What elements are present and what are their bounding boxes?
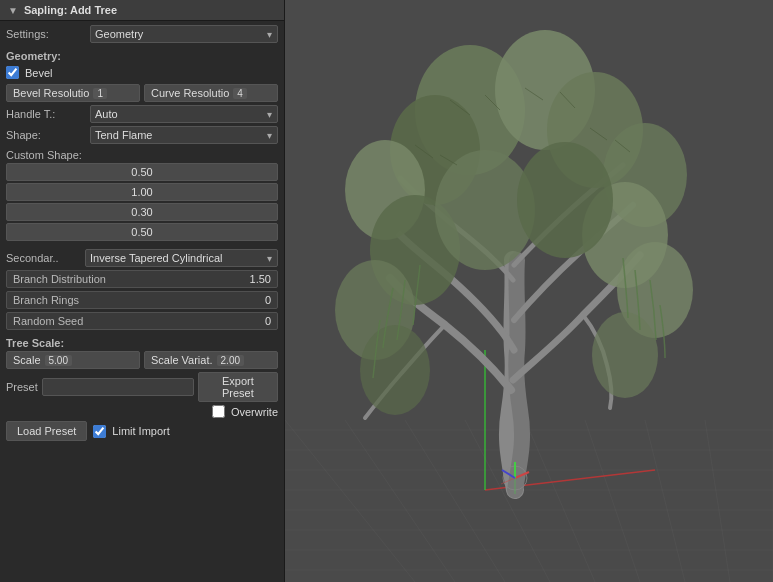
overwrite-row: Overwrite [6,405,278,418]
custom-shape-row-2: 1.00 [6,183,278,201]
branch-distribution-label: Branch Distribution [13,273,227,285]
curve-resolution-btn[interactable]: Curve Resolutio 4 [144,84,278,102]
limit-import-label: Limit Import [112,425,169,437]
secondary-row: Secondar.. Inverse Tapered Cylindrical S… [6,249,278,267]
bevel-checkbox[interactable] [6,66,19,79]
export-preset-btn[interactable]: Export Preset [198,372,278,402]
geometry-section-label: Geometry: [6,46,278,64]
custom-shape-row-4: 0.50 [6,223,278,241]
settings-label: Settings: [6,28,86,40]
shape-label: Shape: [6,129,86,141]
limit-import-checkbox[interactable] [93,425,106,438]
settings-select[interactable]: Geometry Branches Leaves Armature [90,25,278,43]
handle-type-label: Handle T.: [6,108,86,120]
random-seed-value: 0 [231,315,271,327]
panel-header: ▼ Sapling: Add Tree [0,0,284,21]
scale-btn[interactable]: Scale 5.00 [6,351,140,369]
scale-value: 5.00 [45,355,72,366]
branch-rings-value: 0 [231,294,271,306]
panel-title: Sapling: Add Tree [24,4,117,16]
preset-row: Preset Export Preset [6,372,278,402]
scale-row: Scale 5.00 Scale Variat. 2.00 [6,351,278,369]
viewport-svg [285,0,773,582]
custom-shape-val-2[interactable]: 1.00 [6,183,278,201]
random-seed-label: Random Seed [13,315,227,327]
3d-viewport[interactable] [285,0,773,582]
overwrite-checkbox[interactable] [212,405,225,418]
shape-row: Shape: Tend Flame Spherical Hemispherica… [6,126,278,144]
scale-variation-btn[interactable]: Scale Variat. 2.00 [144,351,278,369]
custom-shape-values: 0.50 1.00 0.30 0.50 [6,163,278,241]
svg-point-32 [360,325,430,415]
handle-type-select-wrapper: Auto Vector Aligned Free [90,105,278,123]
secondary-label: Secondar.. [6,252,81,264]
branch-rings-row[interactable]: Branch Rings 0 [6,291,278,309]
custom-shape-val-4[interactable]: 0.50 [6,223,278,241]
shape-select[interactable]: Tend Flame Spherical Hemispherical Cylin… [90,126,278,144]
handle-type-row: Handle T.: Auto Vector Aligned Free [6,105,278,123]
custom-shape-row-1: 0.50 [6,163,278,181]
shape-select-wrapper: Tend Flame Spherical Hemispherical Cylin… [90,126,278,144]
svg-point-33 [592,312,658,398]
branch-distribution-row[interactable]: Branch Distribution 1.50 [6,270,278,288]
preset-input[interactable] [42,378,194,396]
bevel-row: Bevel [6,64,278,81]
collapse-icon[interactable]: ▼ [8,5,18,16]
svg-point-29 [517,142,613,258]
footer-row: Load Preset Limit Import [6,421,278,441]
handle-type-select[interactable]: Auto Vector Aligned Free [90,105,278,123]
custom-shape-val-1[interactable]: 0.50 [6,163,278,181]
custom-shape-label: Custom Shape: [6,147,278,163]
curve-resolution-value: 4 [233,88,247,99]
bevel-resolution-value: 1 [93,88,107,99]
scale-variation-value: 2.00 [217,355,244,366]
preset-label: Preset [6,381,38,393]
branch-rings-label: Branch Rings [13,294,227,306]
settings-select-wrapper: Geometry Branches Leaves Armature [90,25,278,43]
secondary-select[interactable]: Inverse Tapered Cylindrical Spherical Cy… [85,249,278,267]
load-preset-btn[interactable]: Load Preset [6,421,87,441]
secondary-select-wrapper: Inverse Tapered Cylindrical Spherical Cy… [85,249,278,267]
bevel-label: Bevel [25,67,53,79]
settings-row: Settings: Geometry Branches Leaves Armat… [6,25,278,43]
custom-shape-val-3[interactable]: 0.30 [6,203,278,221]
branch-distribution-value: 1.50 [231,273,271,285]
custom-shape-row-3: 0.30 [6,203,278,221]
tree-scale-label: Tree Scale: [6,333,278,351]
bevel-resolution-btn[interactable]: Bevel Resolutio 1 [6,84,140,102]
random-seed-row[interactable]: Random Seed 0 [6,312,278,330]
overwrite-label: Overwrite [231,406,278,418]
resolution-row: Bevel Resolutio 1 Curve Resolutio 4 [6,84,278,102]
settings-panel: ▼ Sapling: Add Tree Settings: Geometry B… [0,0,285,582]
